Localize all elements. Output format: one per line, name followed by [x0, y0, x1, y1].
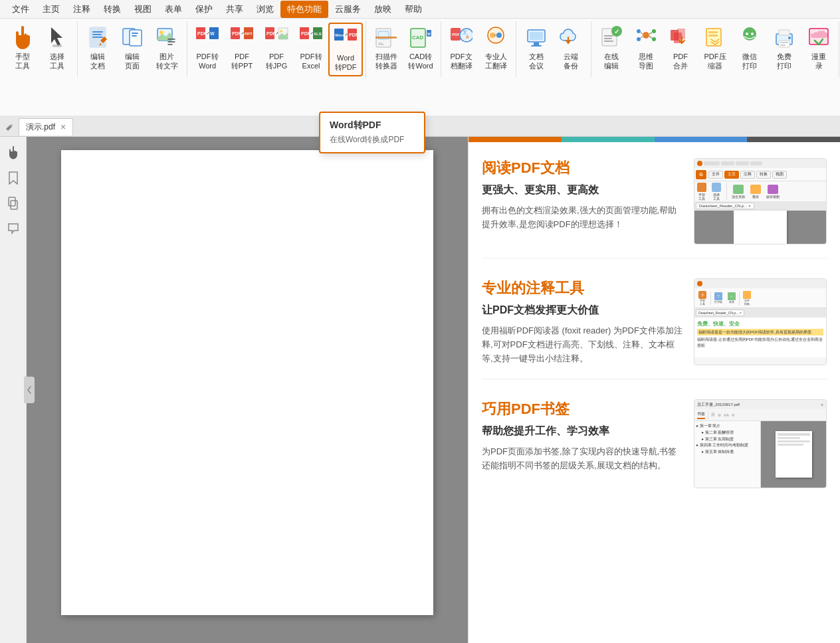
svg-rect-51 — [534, 43, 539, 45]
word-to-pdf-button[interactable]: Word PDF Word转PDF — [328, 23, 363, 76]
merge-icon — [668, 25, 693, 50]
mindmap-label: 思维导图 — [639, 52, 653, 71]
pdf-to-excel-icon: PDF XLS — [298, 25, 324, 50]
svg-text:PPT: PPT — [245, 32, 253, 36]
svg-text:A: A — [466, 35, 469, 39]
scan-check-button[interactable]: 漫重录 — [801, 23, 836, 76]
edit-page-button[interactable]: 编辑页面 — [115, 23, 150, 76]
tab-pdf-file[interactable]: 演示.pdf × — [19, 118, 73, 136]
sidebar-page-icon[interactable] — [4, 194, 23, 213]
svg-text:W: W — [210, 31, 215, 36]
svg-rect-0 — [52, 45, 62, 47]
pdf-translate-button[interactable]: PDF 文 A PDF文档翻译 — [444, 23, 478, 76]
tab-close-button[interactable]: × — [60, 122, 66, 132]
feature-bookmark-desc: 为PDF页面添加书签,除了实现内容的快速导航,书签还能指明不同书签的层级关系,展… — [482, 445, 683, 473]
svg-point-80 — [788, 37, 791, 39]
toolbar-ai-tools: PDF 文 A PDF文档翻译 专业人工翻译 — [441, 21, 516, 77]
mindmap-button[interactable]: 思维导图 — [629, 23, 663, 76]
svg-rect-81 — [780, 42, 788, 43]
svg-text:PDF: PDF — [452, 33, 460, 37]
wechat-print-button[interactable]: 微信打印 — [732, 23, 767, 76]
tab-edit-icon — [3, 120, 16, 134]
menu-convert[interactable]: 转换 — [97, 1, 128, 18]
color-seg-blue — [655, 137, 748, 142]
feature-read-title: 阅读PDF文档 — [482, 158, 683, 178]
pdf-to-excel-button[interactable]: PDF XLS PDF转Excel — [294, 23, 328, 76]
svg-rect-8 — [132, 35, 137, 37]
menu-file[interactable]: 文件 — [5, 1, 36, 18]
meeting-label: 文档会议 — [529, 52, 544, 71]
hand-tool-label: 手型工具 — [15, 52, 30, 71]
pdf-to-jpg-button[interactable]: PDF PDF转JPG — [259, 23, 294, 76]
edit-page-icon — [120, 25, 145, 50]
menu-protect[interactable]: 保护 — [189, 1, 219, 18]
wechat-icon — [737, 25, 762, 50]
translate-icon: PDF 文 A — [449, 25, 474, 50]
svg-rect-73 — [708, 35, 718, 37]
svg-point-62 — [652, 29, 656, 33]
svg-rect-2 — [92, 31, 103, 33]
svg-text:PDF: PDF — [266, 31, 276, 36]
menu-cloud[interactable]: 云服务 — [328, 1, 368, 18]
online-edit-label: 在线编辑 — [604, 52, 619, 71]
menu-form[interactable]: 表单 — [158, 1, 189, 18]
cloud-backup-label: 云端备份 — [564, 52, 578, 71]
svg-rect-4 — [92, 37, 103, 38]
menu-view[interactable]: 视图 — [128, 1, 158, 18]
free-print-button[interactable]: 免费打印 — [767, 23, 801, 76]
ai-translate-button[interactable]: 专业人工翻译 — [478, 23, 513, 76]
online-edit-button[interactable]: ✓ 在线编辑 — [594, 23, 629, 76]
menu-help[interactable]: 帮助 — [398, 1, 429, 18]
cloud-backup-button[interactable]: 云端备份 — [554, 23, 588, 76]
sidebar-hand-icon[interactable] — [4, 143, 23, 162]
sidebar-comment-icon[interactable] — [4, 219, 23, 238]
toolbar-pdf-convert: PDF W PDF转Word PDF PPT PDF转PPT — [187, 21, 366, 78]
pic-to-text-label: 图片转文字 — [156, 52, 178, 71]
menu-browse[interactable]: 浏览 — [250, 1, 280, 18]
svg-rect-85 — [11, 201, 17, 209]
menu-home[interactable]: 主页 — [36, 1, 66, 18]
pdf-merge-button[interactable]: PDF合并 — [663, 23, 698, 76]
pdf-to-ppt-button[interactable]: PDF PPT PDF转PPT — [225, 23, 259, 76]
scan-check-icon — [806, 25, 831, 50]
pic-to-text-button[interactable]: 图片转文字 — [150, 23, 184, 76]
feature-bookmark-title: 巧用PDF书签 — [482, 399, 683, 419]
select-tool-button[interactable]: 选择工具 — [40, 23, 74, 76]
pdf-to-jpg-icon: PDF — [264, 25, 289, 50]
menu-features[interactable]: 特色功能 — [280, 1, 328, 18]
svg-point-59 — [643, 32, 649, 39]
menu-annotate[interactable]: 注释 — [66, 1, 97, 18]
collapse-sidebar-button[interactable] — [24, 377, 35, 403]
hand-tool-button[interactable]: 手型工具 — [5, 23, 40, 76]
pdf-to-word-button[interactable]: PDF W PDF转Word — [190, 23, 225, 76]
scan-button[interactable]: 扫描件转换器 — [369, 23, 403, 76]
svg-rect-78 — [779, 30, 789, 35]
toolbar-hand-tools: 手型工具 选择工具 — [3, 21, 78, 77]
svg-rect-3 — [92, 34, 102, 35]
svg-point-75 — [746, 33, 748, 35]
compress-button[interactable]: PDF压缩器 — [698, 23, 732, 76]
scan-label: 扫描件转换器 — [375, 52, 397, 71]
menu-share[interactable]: 共享 — [219, 1, 250, 18]
toolbar-scan-tools: 扫描件转换器 CAD W CAD转转Word — [366, 21, 441, 77]
compress-label: PDF压缩器 — [704, 52, 726, 71]
right-panel: 阅读PDF文档 更强大、更实用、更高效 拥有出色的文档渲染效果,强大的页面管理功… — [468, 137, 840, 643]
wechat-print-label: 微信打印 — [742, 52, 757, 71]
scan-icon — [373, 25, 399, 50]
color-seg-dark — [747, 137, 840, 142]
toolbar-edit-tools: 编辑文档 编辑页面 图片转文字 — [78, 21, 187, 77]
sidebar-bookmark-icon[interactable] — [4, 169, 23, 187]
tooltip-desc: 在线Word转换成PDF — [330, 134, 415, 145]
svg-rect-84 — [9, 197, 15, 206]
cad-button[interactable]: CAD W CAD转转Word — [403, 23, 438, 76]
svg-rect-6 — [130, 30, 142, 46]
svg-text:PDF: PDF — [197, 31, 207, 36]
edit-doc-button[interactable]: 编辑文档 — [80, 23, 115, 76]
edit-doc-icon — [85, 25, 110, 50]
feature-annotate-title: 专业的注释工具 — [482, 278, 683, 298]
svg-point-22 — [280, 30, 282, 33]
menu-playback[interactable]: 放映 — [368, 1, 398, 18]
meeting-button[interactable]: 文档会议 — [519, 23, 554, 76]
pdf-viewer — [27, 137, 468, 643]
feature-read-text: 阅读PDF文档 更强大、更实用、更高效 拥有出色的文档渲染效果,强大的页面管理功… — [482, 158, 683, 244]
